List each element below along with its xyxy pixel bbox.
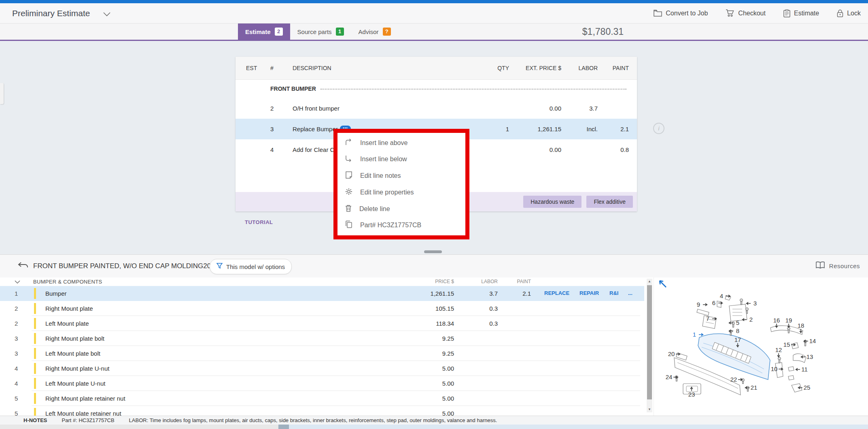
tab-advisor[interactable]: Advisor ?	[351, 23, 398, 40]
col-paint: PAINT	[601, 65, 629, 71]
delete-icon	[345, 204, 352, 214]
row-marker	[34, 363, 36, 374]
folder-icon	[654, 10, 662, 17]
tab-source-parts[interactable]: Source parts 1	[290, 23, 351, 40]
part-row[interactable]: 2 Right Mount plate 105.15 0.3	[0, 301, 644, 316]
part-row[interactable]: 5 Left Mount plate retainer nut 5.00	[0, 406, 644, 416]
lock-icon	[837, 9, 843, 17]
menu-edit-line-notes[interactable]: Edit line notes	[337, 168, 465, 184]
diagram-callout: 15	[783, 341, 790, 348]
part-row[interactable]: 3 Right Mount plate bolt 9.25	[0, 331, 644, 346]
tab-bar: Estimate 2 Source parts 1 Advisor ? $1,7…	[0, 23, 868, 41]
back-icon[interactable]	[18, 262, 28, 272]
parts-diagram-svg[interactable]: 1234567891011121314151617181920212223242…	[654, 277, 868, 416]
menu-edit-line-properties[interactable]: Edit line properties	[337, 184, 465, 201]
section-row: FRONT BUMPER	[236, 79, 637, 98]
flex-additive-button[interactable]: Flex additive	[586, 196, 633, 208]
diagram-callout: 24	[666, 374, 673, 380]
model-filter-chip[interactable]: This model w/ options	[210, 259, 292, 274]
diagram-callout: 4	[720, 292, 723, 299]
title-bar: Preliminary Estimate Convert to Job Chec…	[0, 3, 868, 23]
diagram-callout: 11	[801, 366, 808, 373]
menu-insert-line-below[interactable]: Insert line below	[337, 151, 465, 167]
part-row[interactable]: 5 Right Mount plate retainer nut 5.00	[0, 391, 644, 406]
estimate-line-row[interactable]: 2 O/H front bumper 0.00 3.7	[236, 98, 637, 119]
scroll-up-icon[interactable]: ▲	[647, 279, 652, 284]
row-marker	[34, 348, 36, 359]
diagram-callout-arrow	[796, 368, 800, 371]
diagram-callout-arrow	[703, 303, 707, 306]
scrollbar-thumb[interactable]	[647, 285, 652, 399]
title-bar-actions: Convert to Job Checkout Estimate Lock	[654, 3, 861, 23]
insert-above-icon	[345, 138, 353, 148]
tabs: Estimate 2 Source parts 1 Advisor ?	[238, 23, 398, 40]
part-row[interactable]: 4 Right Mount plate U-nut 5.00	[0, 361, 644, 376]
document-title[interactable]: Preliminary Estimate	[12, 9, 90, 18]
tutorial-link[interactable]: TUTORIAL	[245, 219, 273, 225]
menu-copy-part-number[interactable]: Part# HC3Z17757CB	[337, 217, 465, 233]
lock-button[interactable]: Lock	[837, 9, 861, 17]
repair-action[interactable]: REPAIR	[579, 290, 599, 296]
parts-catalog-list: BUMPER & COMPONENTS PRICE $ LABOR PAINT …	[0, 277, 654, 416]
replace-action[interactable]: REPLACE	[544, 290, 569, 296]
part-row[interactable]: 4 Left Mount plate U-nut 5.00	[0, 376, 644, 391]
scroll-down-icon[interactable]: ▼	[647, 407, 652, 412]
col-num: #	[270, 65, 274, 71]
section-title: FRONT BUMPER	[270, 85, 316, 92]
checkout-button[interactable]: Checkout	[726, 9, 766, 17]
tab-estimate[interactable]: Estimate 2	[238, 23, 290, 40]
parts-panel-title: FRONT BUMPER PAINTED, W/O END CAP MOLDIN…	[33, 262, 229, 270]
cart-icon	[726, 9, 734, 17]
hazardous-waste-button[interactable]: Hazardous waste	[523, 196, 581, 208]
part-row-selected[interactable]: 1 Bumper 1,261.15 3.7 2.1 REPLACE REPAIR…	[0, 286, 644, 301]
diagram-upper-brackets	[697, 295, 747, 329]
collapsed-sidebar-handle[interactable]	[0, 83, 4, 104]
scrollbar-thumb[interactable]	[278, 425, 289, 429]
parts-group-header: BUMPER & COMPONENTS PRICE $ LABOR PAINT	[0, 277, 654, 286]
labor-note: LABOR: Time includes fog lamps, mount pl…	[129, 417, 497, 423]
parts-group-label[interactable]: BUMPER & COMPONENTS	[33, 279, 102, 285]
menu-insert-line-above[interactable]: Insert line above	[337, 135, 465, 151]
parts-list-scrollbar[interactable]: ▲ ▼	[647, 279, 652, 412]
clipboard-icon	[783, 9, 790, 17]
estimate-total: $1,780.31	[567, 26, 639, 37]
insert-below-icon	[345, 154, 353, 164]
part-row[interactable]: 3 Left Mount plate bolt 9.25	[0, 346, 644, 361]
diagram-callout-arrow	[777, 353, 780, 357]
diagram-callout: 18	[798, 322, 804, 329]
panel-resize-handle[interactable]	[424, 250, 442, 253]
h-notes-label: H-NOTES	[23, 417, 47, 423]
chevron-down-icon[interactable]	[15, 279, 20, 285]
resources-button[interactable]: Resources	[815, 261, 860, 270]
scrollbar-track	[288, 425, 868, 429]
part-row[interactable]: 2 Left Mount plate 118.34 0.3	[0, 316, 644, 331]
diagram-callout: 19	[785, 317, 792, 324]
estimate-workspace: EST # DESCRIPTION QTY EXT. PRICE $ LABOR…	[0, 41, 868, 254]
estimate-button[interactable]: Estimate	[783, 9, 819, 17]
row-marker	[34, 378, 36, 389]
diagram-callout: 22	[730, 376, 737, 383]
diagram-callout: 10	[771, 365, 778, 372]
edit-properties-icon	[345, 188, 353, 197]
diagram-callout: 25	[804, 384, 811, 391]
diagram-callout: 6	[712, 299, 715, 306]
title-dropdown-chevron-icon[interactable]	[103, 11, 110, 18]
col-qty: QTY	[469, 65, 509, 71]
diagram-callout: 21	[751, 384, 758, 391]
diagram-callout: 7	[706, 315, 709, 322]
more-actions[interactable]: ...	[628, 290, 632, 296]
menu-delete-line[interactable]: Delete line	[337, 201, 465, 217]
col-desc: DESCRIPTION	[293, 65, 331, 71]
ri-action[interactable]: R&I	[609, 290, 618, 296]
info-icon[interactable]: i	[653, 123, 664, 134]
line-context-menu: Insert line above Insert line below Edit…	[337, 133, 465, 235]
row-marker	[34, 303, 36, 314]
diagram-callout: 9	[697, 301, 700, 308]
horizontal-scrollbar[interactable]	[0, 425, 868, 429]
row-marker	[34, 408, 36, 416]
estimating-app: Preliminary Estimate Convert to Job Chec…	[0, 0, 868, 429]
filter-icon	[216, 263, 223, 270]
col-labor: LABOR	[569, 65, 598, 71]
col-price: PRICE $	[393, 279, 454, 284]
convert-to-job-button[interactable]: Convert to Job	[654, 10, 708, 17]
